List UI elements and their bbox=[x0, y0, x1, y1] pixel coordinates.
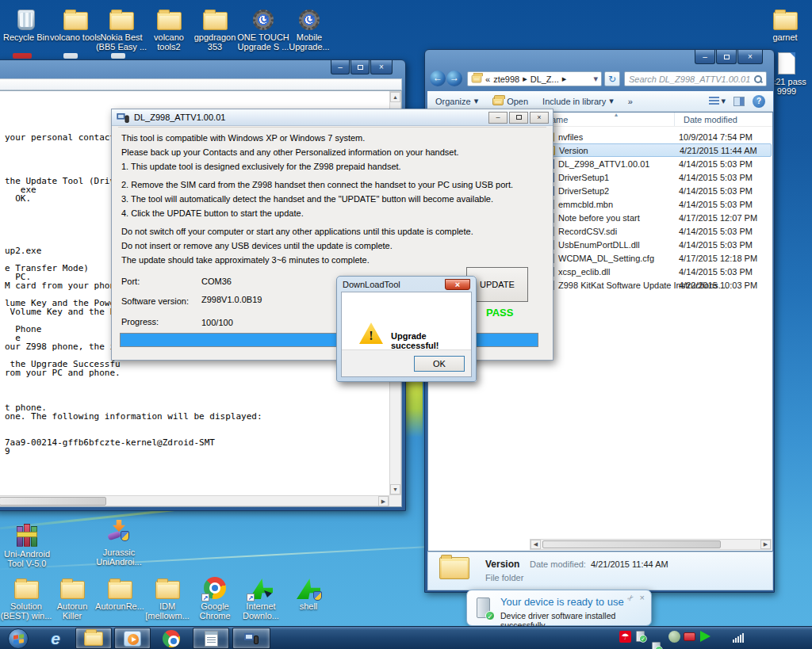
scroll-right-button[interactable]: ▶ bbox=[378, 496, 389, 506]
instruction-line: Please back up your Contacts and any oth… bbox=[121, 147, 546, 157]
desktop-icon-solution-best[interactable]: Solution (BEST) win... bbox=[0, 574, 52, 620]
explorer-caption-buttons: – × bbox=[694, 50, 763, 64]
shortcut-arrow-icon: ↗ bbox=[201, 594, 209, 601]
check-icon: ✓ bbox=[485, 611, 495, 620]
organize-menu[interactable]: Organize ▾ bbox=[435, 96, 478, 106]
refresh-button[interactable]: ↻ bbox=[604, 71, 620, 86]
close-button[interactable]: × bbox=[530, 112, 549, 124]
desktop-icon-internet-download[interactable]: ↗ Internet Downlo... bbox=[235, 574, 287, 620]
tray-download-manager-icon[interactable] bbox=[700, 631, 710, 642]
desktop-icon-idm-folder[interactable]: IDM [mellowm... bbox=[141, 574, 193, 620]
desktop-icon-jurassic-uniandroid[interactable]: Jurassic UniAndroi... bbox=[93, 520, 145, 567]
tray-network-icon[interactable] bbox=[733, 632, 744, 643]
maximize-button[interactable] bbox=[509, 112, 528, 124]
breadcrumb-segment[interactable]: DL_Z... bbox=[530, 74, 559, 84]
desktop-icon-autorunre[interactable]: AutorunRe... bbox=[94, 574, 146, 611]
taskbar-notepad[interactable] bbox=[193, 628, 229, 649]
folder-icon bbox=[773, 12, 798, 30]
updater-dialog: DL_Z998_ATTV1.00.01 – × This tool is com… bbox=[111, 109, 553, 361]
minimize-button[interactable]: – bbox=[695, 50, 715, 64]
desktop-icon-one-touch-upgrade[interactable]: ↺ ONE TOUCH Upgrade S ... bbox=[237, 5, 289, 52]
desktop-icon-mobile-upgrade[interactable]: ↺ Mobile Upgrade... bbox=[283, 5, 335, 52]
maximize-button[interactable] bbox=[350, 60, 370, 74]
taskbar-chrome[interactable] bbox=[155, 628, 187, 649]
start-button[interactable] bbox=[6, 628, 30, 649]
change-view-button[interactable]: ▾ bbox=[709, 96, 726, 106]
preview-pane-icon[interactable] bbox=[733, 97, 745, 106]
breadcrumb-segment[interactable]: zte998 bbox=[493, 74, 519, 84]
close-button[interactable]: × bbox=[445, 279, 470, 290]
taskbar-windows-explorer[interactable] bbox=[75, 628, 112, 649]
column-header-date[interactable]: Date modified bbox=[684, 115, 737, 124]
more-commands-chevron[interactable]: » bbox=[628, 97, 633, 106]
scroll-right-button[interactable]: ▶ bbox=[760, 540, 771, 549]
chevron-down-icon[interactable]: ▾ bbox=[593, 74, 598, 84]
column-divider[interactable] bbox=[674, 113, 675, 126]
icon-label: Solution (BEST) win... bbox=[0, 601, 52, 620]
minimize-button[interactable]: – bbox=[331, 60, 350, 74]
warning-icon: ! bbox=[359, 323, 383, 344]
sort-ascending-icon: ▴ bbox=[615, 112, 618, 118]
close-icon[interactable]: × bbox=[640, 593, 645, 602]
forward-button[interactable]: → bbox=[446, 71, 462, 86]
desktop-icon-nokia-best[interactable]: Nokia Best (BB5 Easy ... bbox=[95, 5, 147, 52]
desktop-icon-uni-android-tool[interactable]: Uni-Android Tool V-5.0 bbox=[1, 521, 53, 568]
ok-button[interactable]: OK bbox=[414, 356, 465, 372]
download-arrow-icon: ↗ bbox=[249, 578, 273, 599]
icon-label: ONE TOUCH Upgrade S ... bbox=[237, 32, 289, 52]
desktop-icon-garnet[interactable]: garnet bbox=[759, 5, 811, 42]
desktop-icon-autorun-killer[interactable]: Autorun Killer bbox=[46, 574, 98, 620]
selected-folder-icon bbox=[439, 557, 471, 584]
tray-usb-device-icon[interactable]: ✓ bbox=[636, 631, 645, 642]
open-button[interactable]: Open bbox=[492, 97, 528, 106]
include-in-library-menu[interactable]: Include in library ▾ bbox=[542, 96, 614, 106]
desktop-icon-volcano-tools[interactable]: volcano tools bbox=[49, 5, 102, 42]
tray-avira-icon[interactable]: ☂ bbox=[619, 631, 631, 643]
minimize-button[interactable]: – bbox=[488, 112, 508, 124]
scroll-left-button[interactable]: ◀ bbox=[530, 540, 541, 549]
horizontal-scrollbar[interactable]: ▶ bbox=[0, 495, 389, 506]
scrollbar-thumb[interactable] bbox=[0, 497, 106, 506]
desktop-icon-recycle-bin[interactable]: Recycle Bin bbox=[0, 5, 52, 42]
resize-grip[interactable] bbox=[389, 495, 401, 506]
instruction-line: Do not insert or remove any USB devices … bbox=[121, 241, 546, 250]
icon-label: Jurassic UniAndroi... bbox=[93, 548, 145, 567]
updater-dialog-titlebar[interactable]: DL_Z998_ATTV1.00.01 – × bbox=[112, 109, 553, 126]
notification-balloon[interactable]: ✓ Your device is ready to use Device dri… bbox=[466, 590, 652, 626]
scroll-down-button[interactable]: ▼ bbox=[390, 484, 400, 494]
message-dialog-titlebar[interactable]: DownLoadTool × bbox=[337, 277, 476, 292]
search-box[interactable]: Search DL_Z998_ATTV1.00.01 bbox=[624, 71, 767, 86]
wrench-icon[interactable]: ✂ bbox=[625, 593, 636, 604]
folder-icon bbox=[108, 581, 132, 599]
back-button[interactable]: ← bbox=[430, 71, 446, 86]
notepad-icon bbox=[205, 631, 218, 647]
address-breadcrumb[interactable]: « zte998 ▸ DL_Z... ▸ ▾ bbox=[467, 71, 602, 86]
scroll-up-button[interactable]: ▲ bbox=[390, 92, 400, 102]
taskbar-media-player[interactable] bbox=[114, 628, 151, 649]
icon-label: volcano tools2 bbox=[143, 32, 195, 52]
desktop-icon-shell[interactable]: shell bbox=[282, 574, 335, 611]
list-horizontal-scrollbar[interactable]: ◀ ▶ bbox=[530, 539, 772, 550]
tray-card-reader-icon[interactable] bbox=[684, 632, 695, 641]
desktop-icon-gpgdragon[interactable]: gpgdragon 353 bbox=[189, 5, 241, 52]
tray-utility-icon[interactable] bbox=[668, 631, 680, 643]
desktop-icon-volcano-tools2[interactable]: volcano tools2 bbox=[143, 5, 195, 52]
device-icon: ✓ bbox=[477, 597, 490, 618]
help-icon[interactable]: ? bbox=[753, 95, 765, 108]
tray-usb-device-icon[interactable]: ✓ bbox=[652, 642, 661, 649]
maximize-button[interactable] bbox=[716, 50, 737, 64]
message-text: Upgrade successful! bbox=[391, 331, 471, 350]
close-button[interactable]: × bbox=[737, 50, 763, 64]
scrollbar-thumb[interactable] bbox=[542, 540, 721, 548]
taskbar-internet-explorer[interactable]: e bbox=[40, 628, 71, 649]
status-pass: PASS bbox=[486, 307, 513, 319]
taskbar-phone-update-tool[interactable] bbox=[232, 628, 270, 649]
instructions: This tool is compatible with Windows XP … bbox=[121, 133, 546, 265]
icon-label: Google Chrome bbox=[189, 601, 241, 620]
icon-label: garnet bbox=[759, 32, 811, 42]
details-pane: Version Date modified: 4/21/2015 11:44 A… bbox=[427, 552, 773, 590]
media-player-icon bbox=[124, 631, 141, 647]
close-button[interactable]: × bbox=[370, 60, 393, 74]
desktop-icon-google-chrome[interactable]: ↗ Google Chrome bbox=[189, 574, 241, 620]
shortcut-arrow-icon: ↗ bbox=[247, 594, 255, 601]
